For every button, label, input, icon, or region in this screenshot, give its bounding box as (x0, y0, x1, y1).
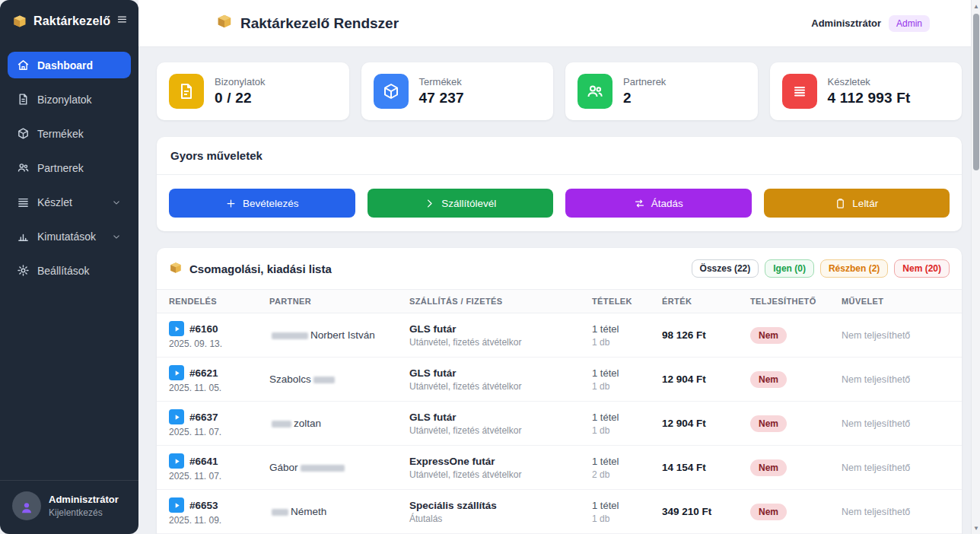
fulfillable-badge: Nem (750, 504, 787, 520)
partner-name: Norbert István (269, 329, 409, 341)
order-value: 12 904 Ft (662, 418, 750, 429)
order-id: #6653 (189, 500, 218, 511)
main-area: Raktárkezelő Rendszer Adminisztrátor Adm… (138, 0, 980, 534)
sidebar-item-termekek[interactable]: Termékek (8, 120, 131, 147)
play-button[interactable] (169, 409, 184, 424)
stat-card-partnerek: Partnerek 2 (565, 62, 758, 120)
sidebar-item-label: Partnerek (37, 162, 122, 174)
brand-title: Raktárkezelő (33, 14, 110, 28)
table-row: #6160 2025. 09. 13. Norbert István GLS f… (157, 313, 962, 358)
payment-method: Utánvétel, fizetés átvételkor (409, 425, 592, 436)
table-row: #6653 2025. 11. 09. Németh Speciális szá… (157, 490, 962, 534)
play-button[interactable] (169, 497, 184, 513)
table-row: #6637 2025. 11. 07. zoltan GLS futárUtán… (157, 402, 962, 446)
chevron-down-icon (111, 197, 122, 208)
clipboard-icon (835, 198, 846, 209)
transfer-icon (634, 198, 645, 209)
content: Bizonylatok 0 / 22 Termékek 47 237 Partn… (138, 47, 980, 534)
gear-icon (17, 264, 30, 277)
piece-count: 2 db (592, 469, 662, 480)
role-badge: Admin (889, 15, 930, 32)
filter-nem[interactable]: Nem (20) (894, 259, 950, 278)
package-icon (216, 13, 233, 33)
col-muvelet: MŰVELET (842, 297, 950, 306)
cube-icon (17, 127, 30, 140)
sidebar-item-dashboard[interactable]: Dashboard (8, 52, 131, 78)
filter-osszes[interactable]: Összes (22) (692, 259, 759, 278)
quick-actions-title: Gyors műveletek (157, 137, 962, 175)
play-button[interactable] (169, 321, 184, 336)
stat-card-bizonylatok: Bizonylatok 0 / 22 (157, 62, 349, 120)
sidebar-item-beallitasok[interactable]: Beállítások (8, 257, 131, 284)
stack-icon (17, 195, 30, 208)
vertical-scrollbar: ▲ ▼ (971, 0, 980, 534)
stat-value: 0 / 22 (215, 90, 265, 106)
sidebar-item-partnerek[interactable]: Partnerek (8, 154, 131, 181)
fulfillable-badge: Nem (750, 371, 787, 388)
partner-name: Gábor (269, 462, 409, 473)
sidebar-item-keszlet[interactable]: Készlet (8, 189, 131, 215)
quick-actions-buttons: Bevételezés Szállítólevél Átadás Leltár (157, 175, 962, 231)
atadas-button[interactable]: Átadás (565, 189, 752, 218)
partner-name: Németh (269, 506, 409, 517)
fulfillable-badge: Nem (750, 415, 787, 432)
order-id: #6637 (189, 412, 218, 423)
redacted-text (272, 421, 291, 428)
hamburger-menu-icon[interactable] (116, 14, 128, 29)
play-button[interactable] (169, 365, 184, 380)
page-title-text: Raktárkezelő Rendszer (240, 15, 399, 32)
piece-count: 1 db (592, 513, 662, 524)
filter-igen[interactable]: Igen (0) (765, 259, 814, 278)
order-date: 2025. 11. 09. (169, 515, 269, 526)
plus-icon (225, 198, 237, 209)
item-count: 1 tétel (592, 456, 662, 467)
sidebar-item-bizonylatok[interactable]: Bizonylatok (8, 86, 131, 113)
header-user-area: Adminisztrátor Admin (811, 15, 957, 32)
stat-value: 2 (623, 90, 666, 106)
logout-link[interactable]: Kijelentkezés (49, 507, 119, 518)
package-icon (12, 14, 27, 29)
play-button[interactable] (169, 453, 184, 469)
filter-reszben[interactable]: Részben (2) (820, 259, 888, 278)
sidebar-item-label: Termékek (37, 128, 122, 140)
action-text: Nem teljesíthető (842, 507, 950, 517)
shipping-method: GLS futár (409, 323, 592, 335)
sidebar-nav: Dashboard Bizonylatok Termékek Partnerek… (0, 41, 138, 284)
piece-count: 1 db (592, 425, 662, 436)
scroll-down-arrow[interactable]: ▼ (972, 523, 980, 532)
order-id: #6160 (189, 323, 218, 335)
user-name: Adminisztrátor (49, 494, 119, 505)
shipping-method: Speciális szállítás (409, 500, 592, 511)
partner-name: Szabolcs (269, 373, 409, 385)
col-ertek: ÉRTÉK (662, 297, 750, 306)
stack-icon (782, 74, 817, 109)
piece-count: 1 db (592, 381, 662, 392)
scrollbar-thumb[interactable] (973, 14, 979, 170)
orders-table-card: Csomagolási, kiadási lista Összes (22) I… (157, 248, 962, 534)
table-row: #6621 2025. 11. 05. Szabolcs GLS futárUt… (157, 358, 962, 402)
users-icon (578, 74, 612, 109)
document-icon (17, 93, 30, 106)
payment-method: Átutalás (409, 513, 592, 524)
home-icon (17, 59, 30, 72)
leltar-button[interactable]: Leltár (764, 189, 950, 218)
szallitolevel-button[interactable]: Szállítólevél (368, 189, 554, 218)
stat-value: 47 237 (419, 90, 464, 106)
bar-chart-icon (17, 230, 30, 243)
stat-label: Termékek (419, 76, 464, 87)
redacted-text (313, 377, 335, 383)
order-date: 2025. 09. 13. (169, 339, 269, 349)
stat-label: Bizonylatok (215, 76, 265, 87)
partner-name: zoltan (269, 418, 409, 429)
action-text: Nem teljesíthető (842, 330, 950, 341)
bevetelezes-button[interactable]: Bevételezés (169, 189, 355, 218)
table-header-row: Csomagolási, kiadási lista Összes (22) I… (157, 248, 962, 289)
sidebar-item-kimutatasok[interactable]: Kimutatások (8, 223, 131, 250)
item-count: 1 tétel (592, 500, 662, 511)
scroll-up-arrow[interactable]: ▲ (972, 2, 980, 11)
action-text: Nem teljesíthető (842, 374, 950, 385)
package-icon (169, 261, 183, 277)
sidebar-user-section: Adminisztrátor Kijelentkezés (0, 480, 138, 534)
sidebar-item-label: Készlet (37, 196, 103, 208)
table-column-headers: RENDELÉS PARTNER SZÁLLÍTÁS / FIZETÉS TÉT… (157, 289, 962, 313)
